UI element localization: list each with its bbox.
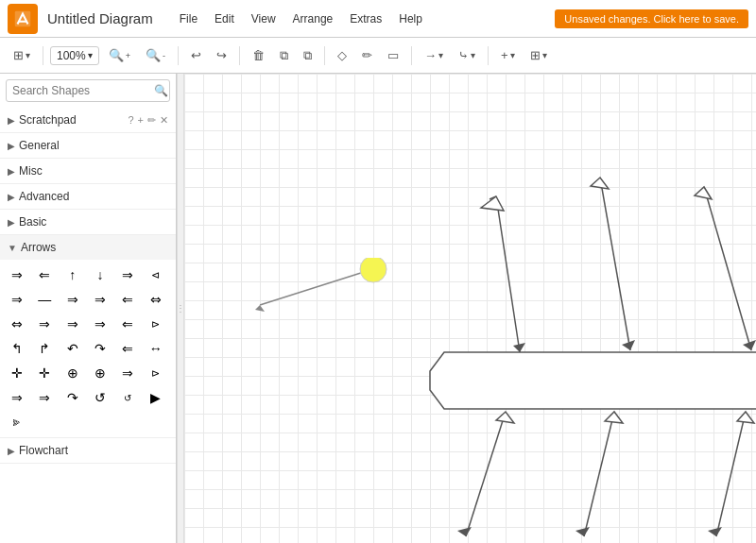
svg-marker-14 — [708, 527, 722, 536]
section-label-misc: Misc — [19, 164, 168, 178]
edit-scratchpad-icon[interactable]: ✏ — [147, 114, 156, 127]
svg-marker-13 — [605, 412, 623, 423]
shape-double-headed[interactable]: ⇔ — [145, 288, 167, 311]
add-icon[interactable]: + — [138, 114, 144, 127]
shape-right-arrow2[interactable]: ⇒ — [116, 263, 139, 286]
section-header-scratchpad[interactable]: ▶ Scratchpad ? + ✏ ✕ — [0, 108, 176, 132]
shape-move[interactable]: ✛ — [6, 362, 28, 384]
shape-right11[interactable]: ⇒ — [33, 386, 56, 409]
canvas-area[interactable] — [184, 74, 756, 543]
zoom-out-button[interactable]: 🔍- — [140, 44, 171, 66]
menu-edit[interactable]: Edit — [207, 8, 242, 29]
shape-refresh[interactable]: ↺ — [89, 386, 112, 409]
shape-left-arrow[interactable]: ⇐ — [33, 263, 56, 286]
shape-refresh2[interactable]: ↺ — [116, 386, 139, 409]
fill-button[interactable]: ◇ — [332, 44, 352, 66]
shape-dash[interactable]: — — [33, 288, 56, 311]
shape-curve-left[interactable]: ↶ — [61, 337, 84, 360]
section-header-flowchart[interactable]: ▶ Flowchart — [0, 438, 176, 463]
shape-right-arrow3[interactable]: ⊲ — [145, 263, 167, 286]
zoom-level[interactable]: 100% ▾ — [50, 46, 99, 65]
section-label-advanced: Advanced — [19, 190, 168, 203]
shape-left3[interactable]: ⇐ — [116, 313, 139, 335]
shape-right10[interactable]: ⇒ — [6, 386, 28, 409]
shape-turn-right[interactable]: ↱ — [33, 337, 56, 360]
section-label-arrows: Arrows — [21, 241, 168, 254]
search-box[interactable]: 🔍 — [6, 79, 170, 102]
shape-down-arrow[interactable]: ↓ — [89, 263, 112, 286]
search-input[interactable] — [12, 84, 154, 97]
close-scratchpad-icon[interactable]: ✕ — [160, 114, 168, 127]
shape-right5[interactable]: ⇒ — [33, 313, 56, 335]
copy-button[interactable]: ⧉ — [274, 44, 294, 67]
shape-right8[interactable]: ⇒ — [116, 362, 139, 384]
shape-left2[interactable]: ⇐ — [116, 288, 139, 311]
shape-right4[interactable]: ⇒ — [89, 288, 112, 311]
shape-thick-right[interactable]: ⇒ — [61, 288, 84, 311]
shape-fill-arrow[interactable]: ▶ — [145, 386, 167, 409]
shape-right6[interactable]: ⇒ — [61, 313, 84, 335]
arrow-up-3 — [716, 412, 746, 536]
question-icon[interactable]: ? — [128, 114, 133, 127]
shape-curve-right[interactable]: ↷ — [89, 337, 112, 360]
shape-lines[interactable]: ⫸ — [6, 411, 28, 433]
undo-button[interactable]: ↩ — [185, 44, 207, 66]
delete-button[interactable]: 🗑 — [247, 44, 270, 66]
main-horizontal-arrow[interactable] — [430, 352, 756, 409]
section-label-scratchpad: Scratchpad — [19, 113, 128, 127]
chevron-right-icon: ▶ — [8, 217, 15, 228]
shape-lr-arrow[interactable]: ⇔ — [6, 313, 28, 335]
shape-move2[interactable]: ✛ — [33, 362, 56, 384]
chevron-right-icon: ▶ — [8, 192, 15, 202]
connection-button[interactable]: → ▾ — [419, 44, 449, 66]
sidebar-sections: ▶ Scratchpad ? + ✏ ✕ ▶ General — [0, 108, 176, 543]
shape-right7[interactable]: ⇒ — [89, 313, 112, 335]
svg-marker-10 — [457, 527, 472, 536]
menu-extras[interactable]: Extras — [342, 8, 389, 29]
shape-right-arrow[interactable]: ⇒ — [6, 263, 28, 286]
sep6 — [488, 46, 489, 65]
shape-plus[interactable]: ⊕ — [61, 362, 84, 384]
svg-marker-15 — [737, 412, 754, 423]
shape-horiz-double[interactable]: ↔ — [145, 337, 167, 360]
section-header-general[interactable]: ▶ General — [0, 133, 176, 158]
toolbar: ⊞ ▾ 100% ▾ 🔍+ 🔍- ↩ ↪ 🗑 ⧉ ⧉ ◇ ✏ ▭ → ▾ ⤷ ▾… — [0, 38, 756, 74]
shape-thick-left[interactable]: ⊳ — [145, 313, 167, 335]
section-header-misc[interactable]: ▶ Misc — [0, 159, 176, 183]
section-label-basic: Basic — [19, 215, 168, 229]
app-logo — [8, 4, 38, 34]
shape-redo[interactable]: ↷ — [61, 386, 84, 409]
shape-turn-left[interactable]: ↰ — [6, 337, 28, 360]
svg-marker-5 — [591, 178, 609, 189]
section-label-general: General — [19, 139, 168, 152]
paste-button[interactable]: ⧉ — [298, 44, 318, 67]
shape-up-arrow[interactable]: ↑ — [61, 263, 84, 286]
section-header-advanced[interactable]: ▶ Advanced — [0, 184, 176, 209]
insert-button[interactable]: + ▾ — [495, 44, 521, 66]
menu-arrange[interactable]: Arrange — [285, 8, 341, 29]
table-button[interactable]: ⊞ ▾ — [524, 44, 553, 66]
redo-button[interactable]: ↪ — [211, 44, 232, 66]
shape-button[interactable]: ▭ — [382, 44, 404, 66]
save-notice[interactable]: Unsaved changes. Click here to save. — [555, 9, 748, 28]
format-button[interactable]: ⊞ ▾ — [8, 44, 36, 66]
shape-left4[interactable]: ⇐ — [116, 337, 139, 360]
arrow-down-3 — [704, 187, 751, 350]
waypoint-button[interactable]: ⤷ ▾ — [453, 44, 481, 66]
main-layout: 🔍 ▶ Scratchpad ? + ✏ ✕ ▶ — [0, 74, 756, 543]
section-header-arrows[interactable]: ▼ Arrows — [0, 235, 176, 260]
line-color-button[interactable]: ✏ — [356, 44, 378, 66]
section-flowchart: ▶ Flowchart — [0, 438, 176, 464]
arrow-up-2 — [584, 412, 614, 536]
zoom-in-button[interactable]: 🔍+ — [103, 44, 136, 66]
shape-right9[interactable]: ⊳ — [145, 362, 167, 384]
shape-double-right[interactable]: ⇒ — [6, 288, 28, 311]
menu-view[interactable]: View — [244, 8, 284, 29]
section-header-basic[interactable]: ▶ Basic — [0, 210, 176, 234]
menu-file[interactable]: File — [172, 8, 205, 29]
menu-help[interactable]: Help — [391, 8, 430, 29]
search-icon: 🔍 — [154, 84, 168, 97]
canvas-grid — [184, 74, 756, 543]
sidebar-resize-handle[interactable]: ⋮ — [177, 74, 184, 543]
shape-plus2[interactable]: ⊕ — [89, 362, 112, 384]
